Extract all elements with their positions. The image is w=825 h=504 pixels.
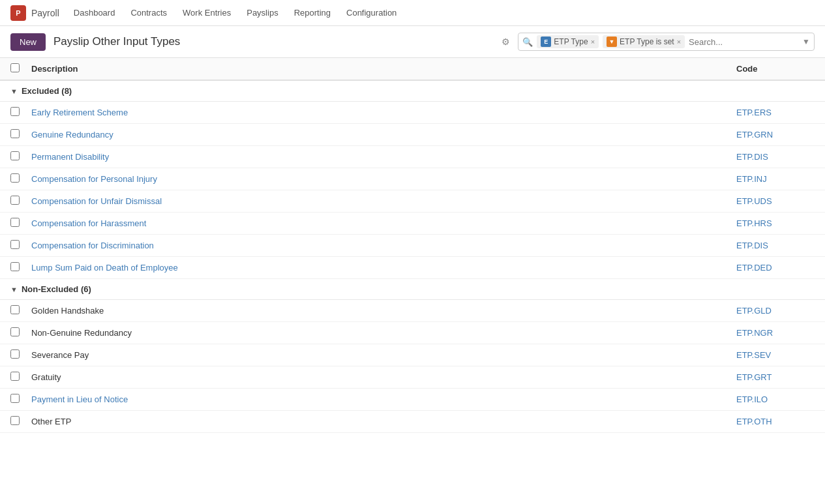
row-code-grn: ETP.GRN: [736, 130, 815, 140]
nav-work-entries[interactable]: Work Entries: [181, 8, 232, 18]
app-name: Payroll: [31, 8, 59, 18]
group-arrow-non-excluded: ▼: [10, 286, 18, 293]
filter-etp-isset-close[interactable]: ×: [677, 38, 681, 46]
table-row[interactable]: Permanent Disability ETP.DIS: [0, 146, 825, 168]
page-title: Payslip Other Input Types: [53, 35, 490, 48]
filter-etp-type-close[interactable]: ×: [591, 38, 595, 46]
select-all-checkbox[interactable]: [10, 63, 20, 72]
checkbox-inj[interactable]: [10, 173, 20, 183]
new-button[interactable]: New: [10, 33, 46, 51]
checkbox-dis2[interactable]: [10, 240, 20, 249]
table-row[interactable]: Compensation for Harassment ETP.HRS: [0, 213, 825, 235]
nav-dashboard[interactable]: Dashboard: [72, 8, 117, 18]
row-code-ded: ETP.DED: [736, 263, 815, 273]
table-container: Description Code ▼ Excluded (8) Early Re…: [0, 58, 825, 433]
group-header-excluded[interactable]: ▼ Excluded (8): [0, 81, 825, 102]
nav-configuration[interactable]: Configuration: [345, 8, 398, 18]
row-description-grn: Genuine Redundancy: [31, 130, 736, 140]
checkbox-uds[interactable]: [10, 196, 20, 205]
row-checkbox-sev[interactable]: [10, 349, 31, 361]
row-checkbox-ilo[interactable]: [10, 394, 31, 405]
row-code-ers: ETP.ERS: [736, 108, 815, 117]
table-row[interactable]: Other ETP ETP.OTH: [0, 411, 825, 433]
checkbox-oth[interactable]: [10, 416, 20, 425]
row-checkbox-oth[interactable]: [10, 416, 31, 427]
row-description-grt: Gratuity: [31, 372, 736, 382]
group-header-non-excluded[interactable]: ▼ Non-Excluded (6): [0, 279, 825, 300]
top-nav: P Payroll Dashboard Contracts Work Entri…: [0, 0, 825, 26]
filter-etp-type-label: ETP Type: [554, 37, 588, 46]
row-checkbox-dis2[interactable]: [10, 240, 31, 251]
table-row[interactable]: Lump Sum Paid on Death of Employee ETP.D…: [0, 257, 825, 279]
table-row[interactable]: Golden Handshake ETP.GLD: [0, 300, 825, 322]
checkbox-ers[interactable]: [10, 107, 20, 116]
table-header: Description Code: [0, 58, 825, 81]
row-code-grt: ETP.GRT: [736, 372, 815, 382]
row-checkbox-inj[interactable]: [10, 173, 31, 185]
row-code-gld: ETP.GLD: [736, 306, 815, 316]
col-header-code: Code: [736, 64, 815, 74]
table-row[interactable]: Severance Pay ETP.SEV: [0, 344, 825, 366]
row-description-hrs: Compensation for Harassment: [31, 218, 736, 228]
table-row[interactable]: Gratuity ETP.GRT: [0, 366, 825, 389]
table-row[interactable]: Early Retirement Scheme ETP.ERS: [0, 102, 825, 124]
row-description-sev: Severance Pay: [31, 350, 736, 360]
search-bar: 🔍 E ETP Type × ▼ ETP Type is set × ▼: [518, 33, 815, 51]
search-input[interactable]: [689, 37, 798, 47]
row-checkbox-grt[interactable]: [10, 372, 31, 383]
row-code-uds: ETP.UDS: [736, 196, 815, 206]
nav-payslips[interactable]: Payslips: [245, 8, 279, 18]
row-description-uds: Compensation for Unfair Dismissal: [31, 196, 736, 206]
row-description-ilo: Payment in Lieu of Notice: [31, 394, 736, 404]
checkbox-dis1[interactable]: [10, 151, 20, 160]
checkbox-gld[interactable]: [10, 305, 20, 314]
group-label-excluded: Excluded (8): [22, 86, 72, 96]
row-code-sev: ETP.SEV: [736, 350, 815, 360]
row-checkbox-ded[interactable]: [10, 262, 31, 273]
row-checkbox-ers[interactable]: [10, 107, 31, 118]
checkbox-sev[interactable]: [10, 349, 20, 359]
nav-contracts[interactable]: Contracts: [129, 8, 168, 18]
row-description-ers: Early Retirement Scheme: [31, 108, 736, 117]
app-logo: P: [10, 5, 26, 21]
row-code-ngr: ETP.NGR: [736, 328, 815, 338]
table-row[interactable]: Compensation for Discrimination ETP.DIS: [0, 235, 825, 257]
filter-badge-etp-type-is-set: ▼ ETP Type is set ×: [603, 35, 685, 48]
checkbox-grt[interactable]: [10, 372, 20, 381]
row-code-dis2: ETP.DIS: [736, 241, 815, 250]
group-arrow-excluded: ▼: [10, 87, 18, 95]
row-checkbox-uds[interactable]: [10, 196, 31, 207]
checkbox-ilo[interactable]: [10, 394, 20, 403]
row-checkbox-grn[interactable]: [10, 129, 31, 140]
groups-container: ▼ Excluded (8) Early Retirement Scheme E…: [0, 81, 825, 433]
nav-links: Dashboard Contracts Work Entries Payslip…: [72, 8, 398, 18]
filter-badge-etp-type: E ETP Type ×: [537, 35, 599, 48]
page-header: New Payslip Other Input Types ⚙ 🔍 E ETP …: [0, 26, 825, 58]
table-row[interactable]: Payment in Lieu of Notice ETP.ILO: [0, 389, 825, 411]
row-checkbox-ngr[interactable]: [10, 327, 31, 338]
table-row[interactable]: Compensation for Personal Injury ETP.INJ: [0, 168, 825, 190]
row-description-dis2: Compensation for Discrimination: [31, 241, 736, 250]
table-row[interactable]: Non-Genuine Redundancy ETP.NGR: [0, 322, 825, 344]
funnel-icon: ▼: [607, 37, 617, 47]
row-description-oth: Other ETP: [31, 417, 736, 426]
row-checkbox-dis1[interactable]: [10, 151, 31, 162]
nav-reporting[interactable]: Reporting: [293, 8, 332, 18]
logo-letter: P: [16, 9, 20, 17]
checkbox-ded[interactable]: [10, 262, 20, 271]
search-icon: 🔍: [522, 37, 533, 47]
table-row[interactable]: Genuine Redundancy ETP.GRN: [0, 124, 825, 146]
search-dropdown-icon[interactable]: ▼: [802, 37, 810, 46]
etp-type-icon: E: [541, 37, 551, 47]
checkbox-hrs[interactable]: [10, 218, 20, 227]
row-code-inj: ETP.INJ: [736, 174, 815, 184]
header-checkbox-container[interactable]: [10, 63, 31, 74]
checkbox-ngr[interactable]: [10, 327, 20, 336]
table-row[interactable]: Compensation for Unfair Dismissal ETP.UD…: [0, 190, 825, 213]
row-code-hrs: ETP.HRS: [736, 218, 815, 228]
checkbox-grn[interactable]: [10, 129, 20, 138]
row-checkbox-gld[interactable]: [10, 305, 31, 316]
row-description-gld: Golden Handshake: [31, 306, 736, 316]
row-checkbox-hrs[interactable]: [10, 218, 31, 229]
gear-icon[interactable]: ⚙: [502, 37, 510, 47]
